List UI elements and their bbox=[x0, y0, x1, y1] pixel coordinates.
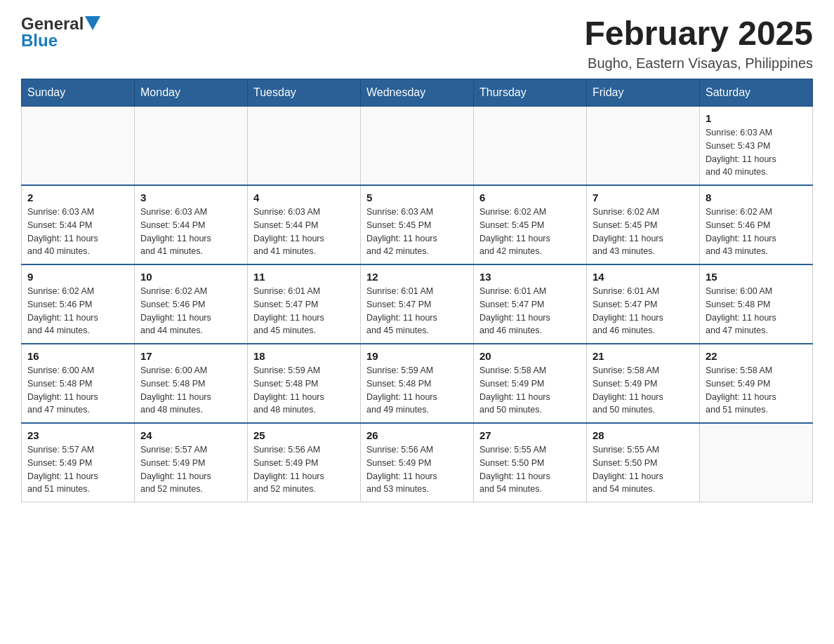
calendar-table: SundayMondayTuesdayWednesdayThursdayFrid… bbox=[21, 79, 813, 502]
calendar-day-cell bbox=[474, 107, 587, 186]
day-info: Sunrise: 6:02 AMSunset: 5:46 PMDaylight:… bbox=[706, 206, 807, 258]
weekday-header-monday: Monday bbox=[135, 79, 248, 107]
day-info: Sunrise: 6:01 AMSunset: 5:47 PMDaylight:… bbox=[366, 285, 468, 337]
day-number: 23 bbox=[27, 429, 128, 441]
title-section: February 2025 Bugho, Eastern Visayas, Ph… bbox=[584, 14, 813, 72]
calendar-day-cell: 9Sunrise: 6:02 AMSunset: 5:46 PMDaylight… bbox=[22, 264, 135, 344]
day-info: Sunrise: 6:02 AMSunset: 5:45 PMDaylight:… bbox=[593, 206, 694, 258]
day-info: Sunrise: 5:58 AMSunset: 5:49 PMDaylight:… bbox=[706, 364, 807, 417]
calendar-day-cell bbox=[22, 107, 135, 186]
weekday-header-thursday: Thursday bbox=[474, 79, 587, 107]
day-number: 13 bbox=[479, 271, 581, 283]
calendar-day-cell: 27Sunrise: 5:55 AMSunset: 5:50 PMDayligh… bbox=[474, 423, 587, 502]
logo-blue-text: Blue bbox=[21, 32, 58, 49]
calendar-week-row: 16Sunrise: 6:00 AMSunset: 5:48 PMDayligh… bbox=[22, 344, 813, 423]
day-number: 18 bbox=[253, 350, 355, 362]
day-info: Sunrise: 6:03 AMSunset: 5:44 PMDaylight:… bbox=[27, 206, 128, 258]
calendar-day-cell: 8Sunrise: 6:02 AMSunset: 5:46 PMDaylight… bbox=[700, 185, 813, 264]
day-number: 21 bbox=[593, 350, 694, 362]
day-info: Sunrise: 5:59 AMSunset: 5:48 PMDaylight:… bbox=[253, 364, 355, 417]
day-number: 28 bbox=[593, 429, 694, 441]
day-number: 12 bbox=[366, 271, 468, 283]
calendar-day-cell: 24Sunrise: 5:57 AMSunset: 5:49 PMDayligh… bbox=[135, 423, 248, 502]
day-info: Sunrise: 6:02 AMSunset: 5:46 PMDaylight:… bbox=[140, 285, 241, 337]
calendar-day-cell bbox=[361, 107, 474, 186]
page-title: February 2025 bbox=[584, 14, 813, 53]
weekday-header-friday: Friday bbox=[587, 79, 700, 107]
day-info: Sunrise: 5:57 AMSunset: 5:49 PMDaylight:… bbox=[140, 443, 241, 496]
day-number: 4 bbox=[253, 192, 355, 203]
weekday-header-saturday: Saturday bbox=[700, 79, 813, 107]
calendar-day-cell: 21Sunrise: 5:58 AMSunset: 5:49 PMDayligh… bbox=[587, 344, 700, 423]
day-info: Sunrise: 6:03 AMSunset: 5:43 PMDaylight:… bbox=[706, 126, 807, 179]
calendar-day-cell: 25Sunrise: 5:56 AMSunset: 5:49 PMDayligh… bbox=[248, 423, 361, 502]
day-info: Sunrise: 5:59 AMSunset: 5:48 PMDaylight:… bbox=[366, 364, 468, 417]
calendar-day-cell bbox=[587, 107, 700, 186]
day-number: 3 bbox=[140, 192, 241, 203]
day-info: Sunrise: 6:03 AMSunset: 5:44 PMDaylight:… bbox=[253, 206, 355, 258]
day-number: 20 bbox=[479, 350, 581, 362]
calendar-day-cell: 22Sunrise: 5:58 AMSunset: 5:49 PMDayligh… bbox=[700, 344, 813, 423]
calendar-day-cell: 10Sunrise: 6:02 AMSunset: 5:46 PMDayligh… bbox=[135, 264, 248, 344]
logo: General Blue bbox=[21, 14, 100, 49]
page-header: General Blue February 2025 Bugho, Easter… bbox=[21, 14, 813, 72]
day-info: Sunrise: 5:58 AMSunset: 5:49 PMDaylight:… bbox=[479, 364, 581, 417]
calendar-day-cell: 1Sunrise: 6:03 AMSunset: 5:43 PMDaylight… bbox=[700, 107, 813, 186]
calendar-day-cell: 4Sunrise: 6:03 AMSunset: 5:44 PMDaylight… bbox=[248, 185, 361, 264]
day-number: 16 bbox=[27, 350, 128, 362]
day-info: Sunrise: 6:01 AMSunset: 5:47 PMDaylight:… bbox=[593, 285, 694, 337]
day-number: 8 bbox=[706, 192, 807, 203]
day-info: Sunrise: 5:56 AMSunset: 5:49 PMDaylight:… bbox=[253, 443, 355, 496]
day-info: Sunrise: 6:01 AMSunset: 5:47 PMDaylight:… bbox=[253, 285, 355, 337]
calendar-day-cell: 11Sunrise: 6:01 AMSunset: 5:47 PMDayligh… bbox=[248, 264, 361, 344]
calendar-day-cell: 7Sunrise: 6:02 AMSunset: 5:45 PMDaylight… bbox=[587, 185, 700, 264]
day-number: 22 bbox=[706, 350, 807, 362]
calendar-day-cell: 19Sunrise: 5:59 AMSunset: 5:48 PMDayligh… bbox=[361, 344, 474, 423]
calendar-day-cell: 28Sunrise: 5:55 AMSunset: 5:50 PMDayligh… bbox=[587, 423, 700, 502]
calendar-day-cell: 6Sunrise: 6:02 AMSunset: 5:45 PMDaylight… bbox=[474, 185, 587, 264]
day-info: Sunrise: 6:03 AMSunset: 5:45 PMDaylight:… bbox=[366, 206, 468, 258]
day-info: Sunrise: 6:02 AMSunset: 5:46 PMDaylight:… bbox=[27, 285, 128, 337]
calendar-header-row: SundayMondayTuesdayWednesdayThursdayFrid… bbox=[22, 79, 813, 107]
weekday-header-tuesday: Tuesday bbox=[248, 79, 361, 107]
day-number: 24 bbox=[140, 429, 241, 441]
calendar-week-row: 1Sunrise: 6:03 AMSunset: 5:43 PMDaylight… bbox=[22, 107, 813, 186]
calendar-week-row: 23Sunrise: 5:57 AMSunset: 5:49 PMDayligh… bbox=[22, 423, 813, 502]
calendar-day-cell: 2Sunrise: 6:03 AMSunset: 5:44 PMDaylight… bbox=[22, 185, 135, 264]
day-number: 2 bbox=[27, 192, 128, 203]
logo-triangle-icon bbox=[84, 18, 100, 30]
day-info: Sunrise: 6:03 AMSunset: 5:44 PMDaylight:… bbox=[140, 206, 241, 258]
day-info: Sunrise: 5:56 AMSunset: 5:49 PMDaylight:… bbox=[366, 443, 468, 496]
day-info: Sunrise: 6:01 AMSunset: 5:47 PMDaylight:… bbox=[479, 285, 581, 337]
calendar-day-cell bbox=[700, 423, 813, 502]
day-number: 1 bbox=[706, 112, 807, 124]
calendar-day-cell: 20Sunrise: 5:58 AMSunset: 5:49 PMDayligh… bbox=[474, 344, 587, 423]
day-number: 17 bbox=[140, 350, 241, 362]
calendar-day-cell: 17Sunrise: 6:00 AMSunset: 5:48 PMDayligh… bbox=[135, 344, 248, 423]
calendar-day-cell: 15Sunrise: 6:00 AMSunset: 5:48 PMDayligh… bbox=[700, 264, 813, 344]
day-number: 10 bbox=[140, 271, 241, 283]
day-number: 26 bbox=[366, 429, 468, 441]
calendar-day-cell: 5Sunrise: 6:03 AMSunset: 5:45 PMDaylight… bbox=[361, 185, 474, 264]
calendar-day-cell: 26Sunrise: 5:56 AMSunset: 5:49 PMDayligh… bbox=[361, 423, 474, 502]
day-info: Sunrise: 6:00 AMSunset: 5:48 PMDaylight:… bbox=[706, 285, 807, 337]
weekday-header-sunday: Sunday bbox=[22, 79, 135, 107]
calendar-week-row: 9Sunrise: 6:02 AMSunset: 5:46 PMDaylight… bbox=[22, 264, 813, 344]
day-number: 6 bbox=[479, 192, 581, 203]
day-number: 19 bbox=[366, 350, 468, 362]
calendar-day-cell: 13Sunrise: 6:01 AMSunset: 5:47 PMDayligh… bbox=[474, 264, 587, 344]
calendar-day-cell: 3Sunrise: 6:03 AMSunset: 5:44 PMDaylight… bbox=[135, 185, 248, 264]
day-number: 7 bbox=[593, 192, 694, 203]
day-info: Sunrise: 6:02 AMSunset: 5:45 PMDaylight:… bbox=[479, 206, 581, 258]
svg-marker-0 bbox=[85, 16, 100, 30]
day-number: 5 bbox=[366, 192, 468, 203]
calendar-day-cell bbox=[135, 107, 248, 186]
calendar-day-cell: 23Sunrise: 5:57 AMSunset: 5:49 PMDayligh… bbox=[22, 423, 135, 502]
day-number: 15 bbox=[706, 271, 807, 283]
day-info: Sunrise: 6:00 AMSunset: 5:48 PMDaylight:… bbox=[27, 364, 128, 417]
weekday-header-wednesday: Wednesday bbox=[361, 79, 474, 107]
calendar-day-cell: 18Sunrise: 5:59 AMSunset: 5:48 PMDayligh… bbox=[248, 344, 361, 423]
day-info: Sunrise: 5:57 AMSunset: 5:49 PMDaylight:… bbox=[27, 443, 128, 496]
day-info: Sunrise: 5:55 AMSunset: 5:50 PMDaylight:… bbox=[479, 443, 581, 496]
day-info: Sunrise: 5:55 AMSunset: 5:50 PMDaylight:… bbox=[593, 443, 694, 496]
